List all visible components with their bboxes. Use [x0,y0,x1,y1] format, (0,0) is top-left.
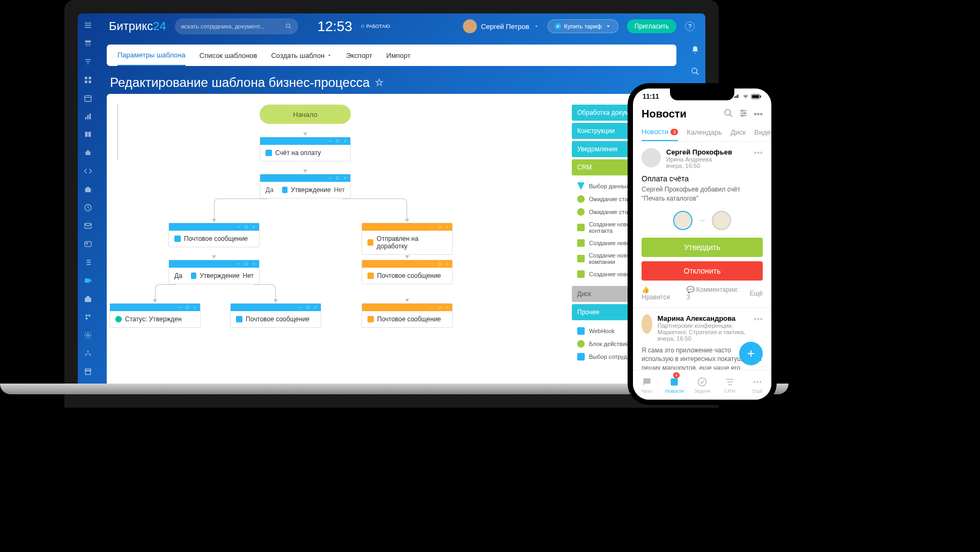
archive-icon[interactable] [83,367,93,376]
flow-node-approval-2[interactable]: ДаУтверждениеНет [168,260,260,284]
clock: 12:53 [318,18,352,35]
svg-point-25 [90,354,91,356]
calendar-icon[interactable] [83,94,93,102]
svg-point-30 [286,24,290,28]
search-icon[interactable] [724,108,733,120]
org-icon[interactable] [83,349,93,358]
invite-button[interactable]: Пригласить [627,19,676,33]
nav-tasks[interactable]: Задачи [688,370,716,400]
approve-button[interactable]: Утвердить [642,238,763,257]
more-icon[interactable]: ••• [754,109,763,119]
post-title: Оплата счёта [642,174,763,183]
help-icon[interactable]: ? [685,21,695,31]
logo[interactable]: Битрикс24 [109,19,166,33]
svg-rect-39 [430,227,433,227]
robot-icon[interactable] [83,149,93,157]
flow-node-status[interactable]: Статус: Утвержден [109,303,201,328]
fab-add-button[interactable]: + [739,342,763,365]
phone-tab-news[interactable]: Новости3 [642,123,678,141]
phone-tab-video[interactable]: Видео1 [754,123,771,141]
tab-export[interactable]: Экспорт [346,45,372,66]
search-input[interactable]: искать сотрудника, документ... [175,18,298,34]
nav-chats[interactable]: Чаты [633,370,661,400]
flow-node-email-2[interactable]: Почтовое сообщение [362,260,453,284]
flow-node-email-1[interactable]: Почтовое сообщение [168,223,260,247]
home-icon[interactable] [83,295,93,303]
flow-node-email-3[interactable]: Почтовое сообщение [230,303,321,328]
tabs-bar: Параметры шаблона Список шаблонов Создат… [107,45,676,66]
svg-rect-54 [738,94,738,98]
app-icon[interactable] [83,313,93,321]
svg-point-66 [757,381,758,382]
flow-node-email-4[interactable]: Почтовое сообщение [362,303,453,328]
grid-icon[interactable] [83,76,93,84]
post-avatar[interactable] [642,314,652,334]
svg-point-65 [754,381,755,382]
nav-crm[interactable]: CRM [716,370,744,400]
svg-rect-13 [87,150,89,152]
tab-template-list[interactable]: Список шаблонов [200,45,257,66]
search-icon[interactable] [691,67,699,78]
tab-create-template[interactable]: Создать шаблон [271,45,332,66]
star-icon[interactable] [375,78,384,87]
flow-node-invoice[interactable]: Счёт на оплату [260,137,351,161]
svg-point-64 [698,378,706,386]
svg-point-32 [692,68,697,73]
post-author[interactable]: Сергей Прокофьев [666,148,732,156]
video-icon[interactable] [83,276,93,285]
reject-button[interactable]: Отклонить [642,261,763,281]
post-author[interactable]: Марина Александрова [658,314,748,322]
left-sidebar [78,13,98,394]
image-icon[interactable] [83,240,93,248]
svg-rect-35 [328,178,331,179]
user-menu[interactable]: Сергей Петров [463,19,539,33]
phone-header: Новости ••• [633,105,771,123]
post-menu-icon[interactable]: ••• [754,314,763,342]
list-icon[interactable] [83,258,93,267]
tab-import[interactable]: Импорт [386,45,410,66]
phone-mockup: 11:11 Новости ••• Новости3 Календарь Дис… [628,83,777,405]
filter-icon[interactable] [83,57,93,66]
post-avatar[interactable] [642,148,661,167]
nav-more[interactable]: Ещё [743,370,771,400]
settings-icon[interactable] [739,108,748,120]
tab-template-params[interactable]: Параметры шаблона [117,45,186,66]
svg-rect-58 [760,95,761,98]
svg-rect-2 [85,77,87,79]
buy-tariff-button[interactable]: Купить тариф [548,19,618,33]
clock-icon[interactable] [83,203,93,212]
svg-point-62 [741,115,743,116]
mail-icon[interactable] [83,222,93,230]
chart-icon[interactable] [83,112,93,121]
svg-point-48 [306,306,309,308]
code-icon[interactable] [83,167,93,175]
svg-rect-43 [430,264,433,264]
svg-rect-51 [734,97,735,98]
more-button[interactable]: Ещё [749,290,763,297]
bell-icon[interactable] [691,46,699,56]
phone-bottom-nav: Чаты Новости4 Задачи CRM Ещё [633,370,771,400]
svg-point-61 [744,112,746,114]
svg-point-44 [438,262,440,265]
menu-icon[interactable] [83,21,93,30]
building-icon[interactable] [83,185,93,194]
svg-rect-1 [85,41,91,42]
gear-icon[interactable] [83,331,93,340]
phone-tab-disk[interactable]: Диск [731,123,746,141]
window-icon[interactable] [83,39,93,48]
like-button[interactable]: 👍 Нравится [642,286,678,301]
topbar: Битрикс24 искать сотрудника, документ...… [98,13,705,39]
nav-news[interactable]: Новости4 [661,370,689,400]
comments-button[interactable]: 💬 Комментарии: 3 [687,286,741,301]
work-status[interactable]: РАБОТАЮ [361,24,390,29]
svg-point-38 [245,225,247,228]
svg-point-17 [86,242,88,244]
svg-rect-18 [85,278,90,283]
phone-tab-calendar[interactable]: Календарь [687,123,722,141]
approval-flow: → [642,211,763,230]
flow-node-approval-1[interactable]: ДаУтверждениеНет [260,174,351,198]
book-icon[interactable] [83,130,93,139]
post-menu-icon[interactable]: ••• [754,148,763,169]
flow-node-rework[interactable]: Отправлен на доработку [362,223,453,255]
flow-start-node[interactable]: Начало [260,105,351,124]
